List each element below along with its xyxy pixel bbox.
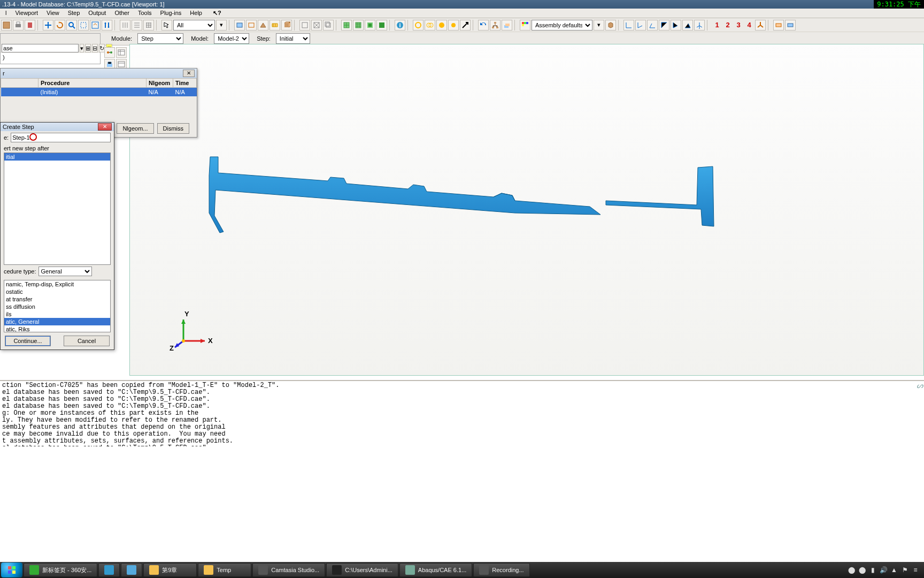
tray-icon[interactable]: ▮ [868,566,877,574]
taskbar-item[interactable]: Temp [198,563,251,577]
close-icon[interactable]: ✕ [98,123,112,131]
context-help-icon[interactable]: ↖? [209,9,226,18]
message-area[interactable]: ction "Section-C7025" has been copied fr… [0,380,924,446]
color-icon[interactable] [520,20,530,31]
circ1-icon[interactable] [413,20,424,31]
select-arrow-icon[interactable] [161,20,172,31]
step-select[interactable]: Initial [276,33,310,44]
menu-step[interactable]: Step [64,9,84,18]
filter-icon[interactable]: ▾ [216,20,227,31]
col-name[interactable] [1,79,38,88]
tree-dropdown-icon[interactable]: ▾ [80,44,84,52]
procedure-list[interactable]: namic, Temp-disp, Explicitostaticat tran… [4,280,111,332]
cancel-button[interactable]: Cancel [64,336,110,346]
view-1[interactable]: 1 [712,20,722,30]
annot1-icon[interactable] [773,20,784,31]
tree-filter-input[interactable] [2,44,79,52]
col-nlgeom[interactable]: Nlgeom [147,79,173,88]
menu-file[interactable]: l [1,9,11,18]
taskbar-item[interactable]: Recording... [473,563,529,577]
model-select[interactable]: Model-2_T [214,33,249,44]
list-item[interactable]: itial [4,153,110,161]
cycle-icon[interactable] [102,20,112,31]
list-item[interactable]: ils [4,310,110,318]
nlgeom-button[interactable]: Nlgeom... [117,123,153,134]
persp2-icon[interactable] [311,20,322,31]
table-row[interactable]: (Initial) N/A N/A [1,88,197,97]
datum-iso-icon[interactable] [694,20,705,31]
render1-icon[interactable] [234,20,245,31]
list-item[interactable]: atic, General [4,318,110,325]
col-time[interactable]: Time [173,79,197,88]
tray-icon[interactable]: 🔊 [879,566,888,574]
cube-icon[interactable] [605,20,616,31]
save-icon[interactable] [1,20,12,31]
tree-icon[interactable] [490,20,500,31]
continue-button[interactable]: Continue... [5,336,51,346]
annot2-icon[interactable] [785,20,796,31]
list-item[interactable]: ss diffusion [4,303,110,310]
render2-icon[interactable] [246,20,257,31]
print-icon[interactable] [13,20,24,31]
persp1-icon[interactable] [299,20,310,31]
col-procedure[interactable]: Procedure [38,79,147,88]
start-button[interactable] [1,562,22,577]
mesh2-icon[interactable] [353,20,364,31]
color-code-select[interactable]: Assembly defaults [532,20,592,31]
fit-icon[interactable] [90,20,101,31]
viewport[interactable]: Y X Z [129,44,924,376]
zoom-box-icon[interactable] [78,20,89,31]
zoom-icon[interactable] [66,20,77,31]
dismiss-button[interactable]: Dismiss [157,123,190,134]
mesh1-icon[interactable] [341,20,352,31]
taskbar-item[interactable]: Abaqus/CAE 6.1... [399,563,473,577]
module-select[interactable]: Step [137,33,183,44]
tray-icon[interactable]: ≡ [911,566,920,574]
mesh3-icon[interactable] [365,20,375,31]
step-create-icon[interactable] [104,47,115,58]
taskbar-item[interactable]: Camtasia Studio... [252,563,325,577]
view-4[interactable]: 4 [744,20,754,30]
step-table[interactable]: Procedure Nlgeom Time (Initial) N/A N/A [1,78,197,96]
taskbar-item[interactable]: C:\Users\Admini... [326,563,398,577]
list-item[interactable]: ostatic [4,288,110,295]
circ2-icon[interactable] [425,20,435,31]
tool-icon[interactable] [25,20,35,31]
layers-icon[interactable] [502,20,512,31]
mesh4-icon[interactable] [376,20,387,31]
circ3-icon[interactable] [436,20,447,31]
selection-filter-select[interactable]: All [173,20,215,31]
menu-output[interactable]: Output [84,9,110,18]
tray-icon[interactable]: ⚑ [900,566,909,574]
render3-icon[interactable] [258,20,268,31]
datum-csys-icon[interactable] [755,20,766,31]
grid1-icon[interactable] [120,20,130,31]
list-item[interactable]: atic, Riks [4,325,110,332]
procedure-type-select[interactable]: General [38,267,92,276]
color-apply-icon[interactable]: ▾ [594,20,604,31]
render5-icon[interactable] [281,20,292,31]
close-icon[interactable]: ✕ [183,70,195,77]
tray-icon[interactable]: ▲ [890,566,898,574]
tray-icon[interactable]: ⬤ [858,566,866,574]
render4-icon[interactable] [270,20,280,31]
view-2[interactable]: 2 [723,20,733,30]
taskbar-item[interactable]: 新标签页 - 360安... [24,563,97,577]
pan-icon[interactable] [43,20,53,31]
list-item[interactable]: at transfer [4,295,110,303]
step-manager-icon[interactable] [116,47,127,58]
step-name-input[interactable] [11,133,111,142]
menu-plugins[interactable]: Plug-ins [156,9,186,18]
datum-xz-icon[interactable] [647,20,658,31]
menu-view[interactable]: View [42,9,64,18]
rotate-icon[interactable] [55,20,65,31]
undo-icon[interactable] [478,20,489,31]
taskbar-item[interactable] [98,563,120,577]
circ4-icon[interactable] [448,20,459,31]
arrow-icon[interactable] [460,20,471,31]
grid3-icon[interactable] [143,20,154,31]
menu-viewport[interactable]: Viewport [11,9,42,18]
datum-yz-icon[interactable] [635,20,646,31]
menu-other[interactable]: Other [110,9,134,18]
tree-expand-icon[interactable]: ⊞ [85,44,91,52]
